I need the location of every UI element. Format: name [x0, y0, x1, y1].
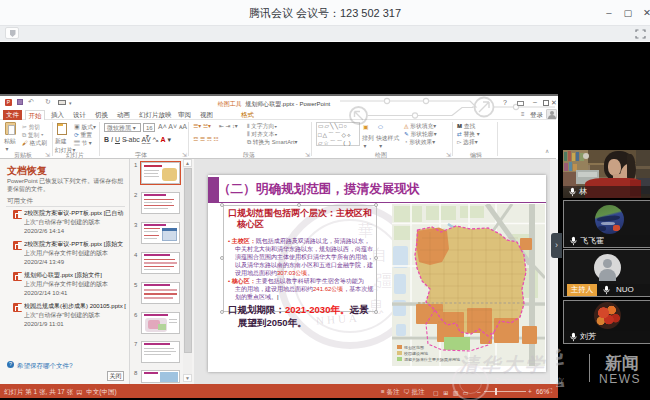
svg-text:校园建设用地: 校园建设用地 — [403, 351, 428, 356]
